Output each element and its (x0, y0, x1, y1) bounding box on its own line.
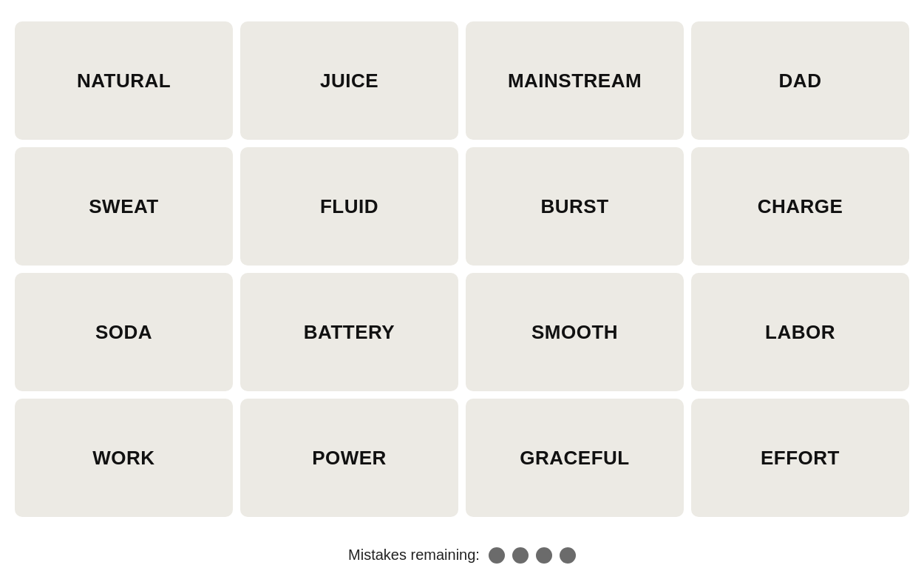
card-label-natural: NATURAL (77, 70, 171, 92)
card-juice[interactable]: JUICE (240, 21, 458, 140)
card-effort[interactable]: EFFORT (691, 399, 909, 517)
card-burst[interactable]: BURST (466, 147, 684, 266)
card-label-work: WORK (92, 447, 154, 470)
card-label-juice: JUICE (320, 70, 378, 92)
card-label-graceful: GRACEFUL (520, 447, 629, 470)
mistakes-label: Mistakes remaining: (348, 547, 480, 564)
card-soda[interactable]: SODA (15, 273, 233, 391)
card-label-fluid: FLUID (320, 195, 378, 218)
card-natural[interactable]: NATURAL (15, 21, 233, 140)
mistakes-footer: Mistakes remaining: (348, 547, 576, 564)
card-battery[interactable]: BATTERY (240, 273, 458, 391)
card-mainstream[interactable]: MAINSTREAM (466, 21, 684, 140)
mistake-dot-2 (512, 547, 529, 564)
card-label-labor: LABOR (765, 321, 835, 344)
card-label-sweat: SWEAT (89, 195, 158, 218)
card-work[interactable]: WORK (15, 399, 233, 517)
card-dad[interactable]: DAD (691, 21, 909, 140)
word-grid: NATURALJUICEMAINSTREAMDADSWEATFLUIDBURST… (15, 21, 909, 517)
card-sweat[interactable]: SWEAT (15, 147, 233, 266)
card-label-dad: DAD (779, 70, 822, 92)
card-fluid[interactable]: FLUID (240, 147, 458, 266)
mistake-dot-3 (536, 547, 552, 564)
card-graceful[interactable]: GRACEFUL (466, 399, 684, 517)
card-label-charge: CHARGE (758, 195, 843, 218)
card-label-battery: BATTERY (304, 321, 395, 344)
card-label-smooth: SMOOTH (531, 321, 618, 344)
mistakes-dots (489, 547, 576, 564)
card-label-effort: EFFORT (761, 447, 840, 470)
card-power[interactable]: POWER (240, 399, 458, 517)
card-label-mainstream: MAINSTREAM (508, 70, 642, 92)
card-labor[interactable]: LABOR (691, 273, 909, 391)
card-label-soda: SODA (95, 321, 152, 344)
mistake-dot-1 (489, 547, 505, 564)
card-charge[interactable]: CHARGE (691, 147, 909, 266)
card-label-burst: BURST (540, 195, 608, 218)
card-smooth[interactable]: SMOOTH (466, 273, 684, 391)
card-label-power: POWER (312, 447, 387, 470)
mistake-dot-4 (560, 547, 576, 564)
